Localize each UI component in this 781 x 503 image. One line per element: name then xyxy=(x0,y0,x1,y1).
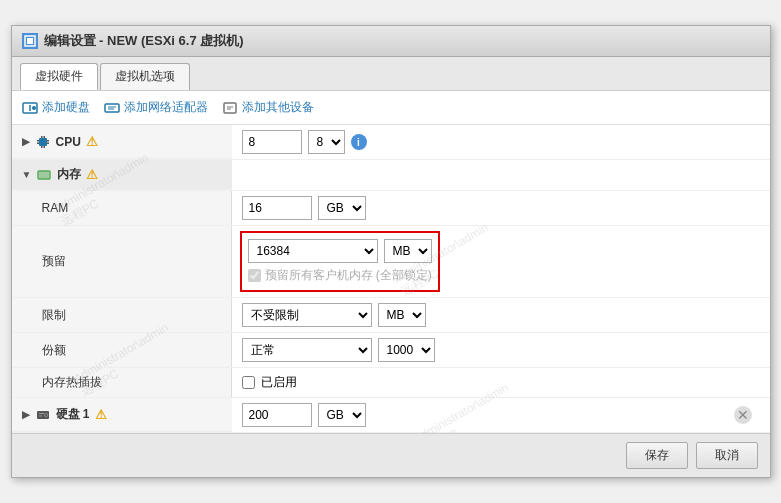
cpu-chevron-icon: ▶ xyxy=(22,136,30,147)
svg-rect-31 xyxy=(39,415,42,416)
svg-rect-16 xyxy=(47,142,49,144)
reservation-checkbox[interactable] xyxy=(248,269,261,282)
tab-virtual-hardware[interactable]: 虚拟硬件 xyxy=(20,63,98,90)
reservation-inputs: 16384 MB GB xyxy=(248,239,432,263)
disk1-delete-area: ✕ xyxy=(734,406,760,424)
memory-header-value xyxy=(232,160,770,190)
hotplug-checkbox-label: 已启用 xyxy=(261,374,297,391)
svg-rect-13 xyxy=(37,140,39,142)
cpu-value-area: 8 i xyxy=(232,125,770,159)
memory-header[interactable]: ▼ 内存 ⚠ xyxy=(12,160,232,190)
cancel-button[interactable]: 取消 xyxy=(696,442,758,469)
hotplug-checkbox[interactable] xyxy=(242,376,255,389)
window-title: 编辑设置 - NEW (ESXi 6.7 虚拟机) xyxy=(44,32,244,50)
save-button[interactable]: 保存 xyxy=(626,442,688,469)
toolbar: 添加硬盘 添加网络适配器 添加其他设备 xyxy=(12,91,770,125)
svg-rect-30 xyxy=(39,413,44,414)
shares-number-select[interactable]: 1000 xyxy=(378,338,435,362)
cpu-select[interactable]: 8 xyxy=(308,130,345,154)
memory-chevron-icon: ▼ xyxy=(22,169,32,180)
memory-warning-icon: ⚠ xyxy=(86,167,98,182)
svg-rect-19 xyxy=(41,146,43,148)
ram-unit-select[interactable]: GB MB TB xyxy=(318,196,366,220)
reservation-checkbox-label: 预留所有客户机内存 (全部锁定) xyxy=(265,267,432,284)
content-area: ▶ CPU xyxy=(12,125,770,433)
limit-unit-select[interactable]: MB GB xyxy=(378,303,426,327)
shares-value: 正常 低 高 自定义 1000 xyxy=(232,333,770,367)
svg-rect-12 xyxy=(39,138,47,146)
disk1-chevron-icon: ▶ xyxy=(22,409,30,420)
memory-label: 内存 xyxy=(57,166,81,183)
title-bar: 编辑设置 - NEW (ESXi 6.7 虚拟机) xyxy=(12,26,770,57)
ram-input[interactable] xyxy=(242,196,312,220)
disk1-header[interactable]: ▶ 硬盘 1 ⚠ xyxy=(12,398,232,432)
svg-rect-20 xyxy=(43,146,45,148)
hotplug-label: 内存热插拔 xyxy=(12,368,232,397)
cpu-input[interactable] xyxy=(242,130,302,154)
add-other-button[interactable]: 添加其他设备 xyxy=(222,99,314,116)
add-hardware-icon xyxy=(22,100,38,116)
disk1-unit-select[interactable]: GB MB TB xyxy=(318,403,366,427)
add-other-icon xyxy=(222,100,238,116)
svg-rect-17 xyxy=(41,136,43,138)
cpu-header[interactable]: ▶ CPU xyxy=(12,125,232,159)
disk1-icon xyxy=(35,407,51,423)
ram-label: RAM xyxy=(12,191,232,225)
add-network-icon xyxy=(104,100,120,116)
reservation-checkbox-row: 预留所有客户机内存 (全部锁定) xyxy=(248,267,432,284)
disk1-section: ▶ 硬盘 1 ⚠ xyxy=(12,398,770,433)
cpu-label: CPU xyxy=(56,135,81,149)
disk1-input[interactable] xyxy=(242,403,312,427)
disk1-value-area: GB MB TB ✕ xyxy=(232,398,770,432)
tab-bar: 虚拟硬件 虚拟机选项 xyxy=(12,57,770,91)
svg-rect-18 xyxy=(43,136,45,138)
cpu-section: ▶ CPU xyxy=(12,125,770,160)
svg-rect-6 xyxy=(105,104,119,112)
footer: 保存 取消 xyxy=(12,433,770,477)
add-hardware-label: 添加硬盘 xyxy=(42,99,90,116)
shares-level-select[interactable]: 正常 低 高 自定义 xyxy=(242,338,372,362)
reservation-unit-select[interactable]: MB GB xyxy=(384,239,432,263)
svg-rect-15 xyxy=(47,140,49,142)
ram-row: RAM GB MB TB xyxy=(12,191,770,226)
window-icon xyxy=(22,33,38,49)
limit-value-select[interactable]: 不受限制 xyxy=(242,303,372,327)
svg-rect-14 xyxy=(37,142,39,144)
reservation-row: 预留 16384 MB GB xyxy=(12,226,770,298)
limit-label: 限制 xyxy=(12,298,232,332)
add-network-button[interactable]: 添加网络适配器 xyxy=(104,99,208,116)
svg-rect-1 xyxy=(27,38,33,44)
reservation-highlight-box: 16384 MB GB 预留所有客户机内存 (全部锁定) xyxy=(240,231,440,292)
add-network-label: 添加网络适配器 xyxy=(124,99,208,116)
cpu-info-icon[interactable]: i xyxy=(351,134,367,150)
hotplug-row: 内存热插拔 已启用 xyxy=(12,368,770,398)
shares-label: 份额 xyxy=(12,333,232,367)
svg-rect-9 xyxy=(224,103,236,113)
reservation-label: 预留 xyxy=(12,226,232,297)
disk1-delete-button[interactable]: ✕ xyxy=(734,406,752,424)
cpu-warning-icon: ⚠ xyxy=(86,134,98,149)
hotplug-value: 已启用 xyxy=(232,368,770,397)
reservation-value: 16384 MB GB 预留所有客户机内存 (全部锁定) xyxy=(232,226,770,297)
add-hardware-button[interactable]: 添加硬盘 xyxy=(22,99,90,116)
memory-icon xyxy=(36,167,52,183)
disk1-warning-icon: ⚠ xyxy=(95,407,107,422)
limit-row: 限制 不受限制 MB GB xyxy=(12,298,770,333)
add-other-label: 添加其他设备 xyxy=(242,99,314,116)
tab-vm-options[interactable]: 虚拟机选项 xyxy=(100,63,190,90)
limit-value: 不受限制 MB GB xyxy=(232,298,770,332)
shares-row: 份额 正常 低 高 自定义 1000 xyxy=(12,333,770,368)
memory-section: ▼ 内存 ⚠ xyxy=(12,160,770,191)
disk1-label: 硬盘 1 xyxy=(56,406,90,423)
svg-point-29 xyxy=(45,414,47,416)
cpu-icon xyxy=(35,134,51,150)
reservation-value-select[interactable]: 16384 xyxy=(248,239,378,263)
ram-value: GB MB TB xyxy=(232,191,770,225)
